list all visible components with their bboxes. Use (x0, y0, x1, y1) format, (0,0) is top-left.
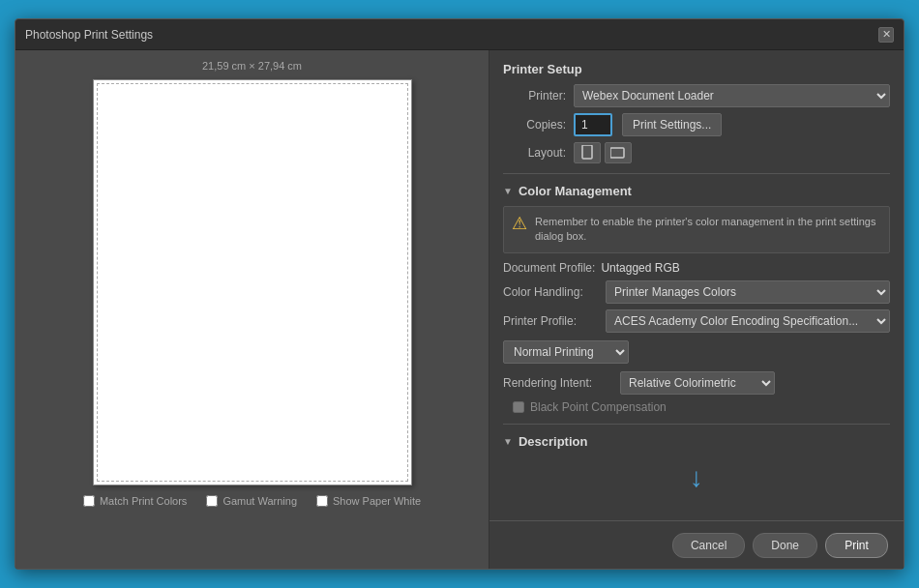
copies-row: Copies: Print Settings... (503, 113, 890, 136)
copies-label: Copies: (503, 118, 566, 132)
title-bar: Photoshop Print Settings ✕ (15, 19, 904, 50)
gamut-warning-checkbox[interactable] (206, 495, 218, 507)
color-handling-select[interactable]: Printer Manages Colors Photoshop Manages… (606, 280, 890, 304)
color-management-header: ▼ Color Management (503, 184, 890, 198)
dialog-body: 21,59 cm × 27,94 cm Match Print Colors G… (15, 50, 904, 569)
cancel-button[interactable]: Cancel (672, 533, 745, 558)
layout-row: Layout: (503, 142, 890, 163)
color-management-title: Color Management (519, 184, 632, 198)
description-header: ▼ Description (503, 434, 890, 449)
match-print-colors-label: Match Print Colors (100, 495, 187, 507)
gamut-warning-label: Gamut Warning (222, 495, 297, 507)
show-paper-white-item[interactable]: Show Paper White (316, 495, 421, 507)
normal-printing-row: Normal Printing Hard Proofing (503, 340, 890, 364)
warning-box: ⚠ Remember to enable the printer's color… (503, 206, 890, 253)
done-button[interactable]: Done (753, 533, 817, 558)
bpc-label: Black Point Compensation (530, 400, 667, 414)
desc-arrow-container: ↓ (503, 453, 890, 503)
page-border (97, 83, 408, 482)
paper-size-label: 21,59 cm × 27,94 cm (202, 60, 302, 72)
printer-profile-select[interactable]: ACES Academy Color Encoding Specificatio… (606, 309, 890, 333)
right-panel: Printer Setup Printer: Webex Document Lo… (489, 50, 904, 569)
normal-printing-select[interactable]: Normal Printing Hard Proofing (503, 340, 629, 364)
rendering-intent-row: Rendering Intent: Perceptual Saturation … (503, 371, 890, 395)
match-print-colors-checkbox[interactable] (83, 495, 95, 507)
dialog-title: Photoshop Print Settings (25, 28, 153, 42)
right-scrollable[interactable]: Printer Setup Printer: Webex Document Lo… (489, 50, 904, 520)
section-divider-2 (503, 424, 890, 425)
gamut-warning-item[interactable]: Gamut Warning (206, 495, 297, 507)
rendering-intent-label: Rendering Intent: (503, 376, 614, 390)
bpc-row: Black Point Compensation (513, 400, 890, 414)
show-paper-white-label: Show Paper White (333, 495, 421, 507)
match-print-colors-item[interactable]: Match Print Colors (83, 495, 187, 507)
print-button[interactable]: Print (825, 533, 888, 558)
printer-profile-label: Printer Profile: (503, 314, 600, 328)
color-handling-row: Color Handling: Printer Manages Colors P… (503, 280, 890, 304)
show-paper-white-checkbox[interactable] (316, 495, 328, 507)
warning-icon: ⚠ (512, 215, 527, 232)
svg-rect-0 (582, 145, 592, 159)
left-panel: 21,59 cm × 27,94 cm Match Print Colors G… (15, 50, 489, 569)
svg-rect-1 (610, 148, 624, 158)
desc-down-arrow-icon: ↓ (690, 462, 703, 493)
bpc-checkbox (513, 401, 524, 413)
printer-select[interactable]: Webex Document Loader (574, 84, 890, 107)
layout-portrait-button[interactable] (574, 142, 601, 163)
desc-collapse-arrow-icon[interactable]: ▼ (503, 436, 513, 447)
layout-label: Layout: (503, 146, 566, 160)
photoshop-print-dialog: Photoshop Print Settings ✕ 21,59 cm × 27… (15, 18, 904, 570)
printer-label: Printer: (503, 89, 566, 103)
layout-landscape-button[interactable] (605, 142, 632, 163)
printer-row: Printer: Webex Document Loader (503, 84, 890, 107)
doc-profile-label: Document Profile: (503, 261, 595, 275)
copies-input[interactable] (574, 113, 612, 136)
rendering-intent-select[interactable]: Perceptual Saturation Relative Colorimet… (620, 371, 775, 395)
color-handling-label: Color Handling: (503, 285, 600, 299)
close-button[interactable]: ✕ (878, 27, 894, 43)
doc-profile-row: Document Profile: Untagged RGB (503, 261, 890, 275)
page-preview (93, 79, 412, 485)
print-settings-button[interactable]: Print Settings... (622, 113, 722, 136)
warning-text: Remember to enable the printer's color m… (535, 215, 881, 245)
bottom-checkboxes: Match Print Colors Gamut Warning Show Pa… (83, 495, 421, 507)
printer-setup-title: Printer Setup (503, 62, 890, 76)
doc-profile-value: Untagged RGB (601, 261, 679, 275)
dialog-footer: Cancel Done Print (489, 520, 904, 569)
section-divider-1 (503, 173, 890, 174)
printer-profile-row: Printer Profile: ACES Academy Color Enco… (503, 309, 890, 333)
collapse-arrow-icon[interactable]: ▼ (503, 186, 513, 196)
description-title: Description (519, 434, 588, 449)
